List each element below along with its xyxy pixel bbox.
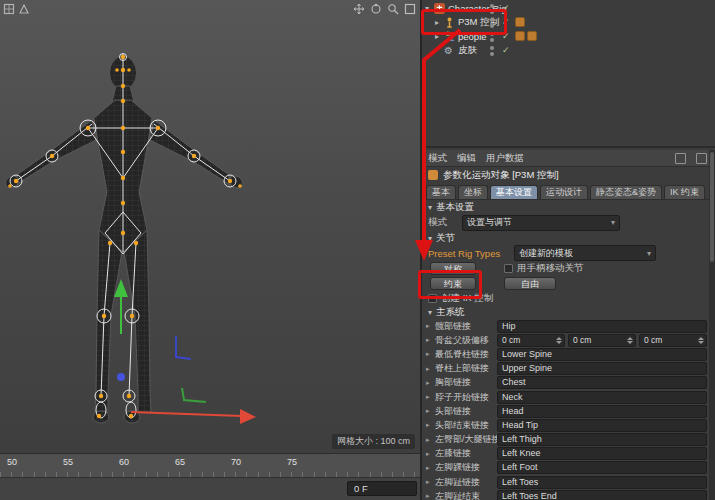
mode-value: 设置与调节 [467,217,512,228]
stepper-icon[interactable] [627,337,633,344]
expand-arrow-icon[interactable]: ▸ [426,379,435,387]
preset-rig-dropdown[interactable]: 创建新的模板 ▾ [514,245,656,261]
move-joints-checkbox[interactable] [504,264,513,273]
section-main-system[interactable]: ▾ 主系统 [422,305,715,319]
expand-arrow-icon[interactable]: ▸ [426,407,435,415]
link-field[interactable]: Head [497,405,707,418]
tab-motion-design[interactable]: 运动设计 [540,185,588,199]
offset-x-field[interactable]: 0 cm [497,334,565,347]
link-field[interactable]: Left Foot [497,461,707,474]
scrollbar-thumb[interactable] [710,152,714,262]
link-row-upper-spine: ▸ 脊柱上部链接 Upper Spine [422,362,715,376]
view-option-icon[interactable] [3,3,15,15]
expand-arrow-icon[interactable]: ▸ [426,450,435,458]
visibility-dots[interactable] [490,4,494,14]
collapse-arrow-icon[interactable]: ▾ [428,308,432,317]
link-field[interactable]: Head Tip [497,419,707,432]
expand-arrow-icon[interactable]: ▾ [425,4,434,13]
scrollbar[interactable] [709,150,715,500]
section-basic-settings[interactable]: ▾ 基本设置 [422,200,715,214]
link-label: 头部链接 [435,405,497,418]
menu-mode[interactable]: 模式 [428,152,447,165]
link-field[interactable]: Left Toes [497,476,707,489]
collapse-arrow-icon[interactable]: ▾ [428,234,432,243]
object-row-skin[interactable]: ⚙ 皮肤 ✓ [422,44,715,57]
tab-basic-settings[interactable]: 基本设置 [490,185,538,199]
orbit-view-icon[interactable] [370,3,382,15]
expand-arrow-icon[interactable]: ▸ [426,336,435,344]
link-field[interactable]: Chest [497,376,707,389]
offset-y-field[interactable]: 0 cm [568,334,636,347]
view-axis-icon[interactable] [18,3,30,15]
link-field[interactable]: Upper Spine [497,362,707,375]
section-joints[interactable]: ▾ 关节 [422,231,715,245]
timeline-ruler[interactable]: 50 55 60 65 70 75 [0,453,420,477]
expand-arrow-icon[interactable]: ▸ [426,464,435,472]
create-ik-checkbox[interactable] [428,294,437,303]
enabled-check-icon[interactable]: ✓ [502,17,510,27]
weight-tag-icon[interactable] [515,31,525,41]
expand-arrow-icon[interactable]: ▸ [435,32,444,41]
expand-arrow-icon[interactable]: ▸ [426,421,435,429]
expand-arrow-icon[interactable]: ▸ [426,436,435,444]
constraint-button[interactable]: 约束 [430,277,476,290]
tag-icons[interactable] [515,31,537,41]
offset-z-field[interactable]: 0 cm [639,334,707,347]
tab-static-pose[interactable]: 静态姿态&姿势 [590,185,662,199]
panel-options-icon[interactable] [696,153,707,164]
history-back-icon[interactable] [675,153,686,164]
link-label: 头部结束链接 [435,419,497,432]
object-label: people [458,31,487,42]
visibility-dots[interactable] [490,32,494,42]
toggle-view-icon[interactable] [404,3,416,15]
menu-edit[interactable]: 编辑 [457,152,476,165]
mode-dropdown[interactable]: 设置与调节 ▾ [462,215,620,231]
constraint-row: 约束 自由 [422,276,715,291]
visibility-dots[interactable] [490,18,494,28]
enabled-check-icon[interactable]: ✓ [502,3,510,13]
mode-row: 模式 设置与调节 ▾ [422,214,715,231]
visibility-dots[interactable] [490,46,494,56]
object-row-people[interactable]: ▸ people ✓ [422,30,715,43]
skin-tag-icon[interactable] [527,31,537,41]
enabled-check-icon[interactable]: ✓ [502,31,510,41]
expand-arrow-icon[interactable]: ▸ [426,492,435,500]
collapse-arrow-icon[interactable]: ▾ [428,203,432,212]
current-frame-field[interactable]: 0 F [347,481,417,496]
expand-arrow-icon[interactable]: ▸ [426,350,435,358]
section-label: 主系统 [436,306,465,319]
expand-arrow-icon[interactable]: ▸ [426,322,435,330]
free-button[interactable]: 自由 [504,277,556,290]
timeline-tick-label: 50 [7,457,17,467]
expression-tag-icon[interactable] [515,17,525,27]
tag-icons[interactable] [515,17,525,27]
object-row-p3m-control[interactable]: ▸ P3M 控制 ✓ [422,16,715,29]
motion-object-icon [428,170,438,180]
link-label: 左臀部/大腿链接 [435,433,497,446]
tab-basic[interactable]: 基本 [426,185,456,199]
link-field[interactable]: Left Knee [497,447,707,460]
viewport-3d[interactable]: 网格大小 : 100 cm [0,0,420,453]
enabled-check-icon[interactable]: ✓ [502,45,510,55]
link-field[interactable]: Left Thigh [497,433,707,446]
expand-arrow-icon[interactable]: ▸ [426,393,435,401]
expand-arrow-icon[interactable]: ▸ [426,365,435,373]
link-field[interactable]: Neck [497,391,707,404]
expand-arrow-icon[interactable]: ▸ [426,478,435,486]
link-field[interactable]: Left Toes End [497,490,707,500]
timeline-tick-label: 70 [231,457,241,467]
stepper-icon[interactable] [556,337,562,344]
link-row-chest: ▸ 胸部链接 Chest [422,376,715,390]
preset-rig-label: Preset Rig Types [428,248,514,259]
object-row-character-rig[interactable]: ▾ Character Rig ✓ [422,2,715,15]
link-field[interactable]: Hip [497,320,707,333]
pan-view-icon[interactable] [353,3,365,15]
stepper-icon[interactable] [698,337,704,344]
tab-coordinates[interactable]: 坐标 [458,185,488,199]
tab-ik-constraint[interactable]: IK 约束 [664,185,705,199]
expand-arrow-icon[interactable]: ▸ [435,18,444,27]
menu-user-data[interactable]: 用户数据 [486,152,524,165]
symmetry-button[interactable]: 对称 [430,262,476,275]
link-field[interactable]: Lower Spine [497,348,707,361]
zoom-view-icon[interactable] [387,3,399,15]
